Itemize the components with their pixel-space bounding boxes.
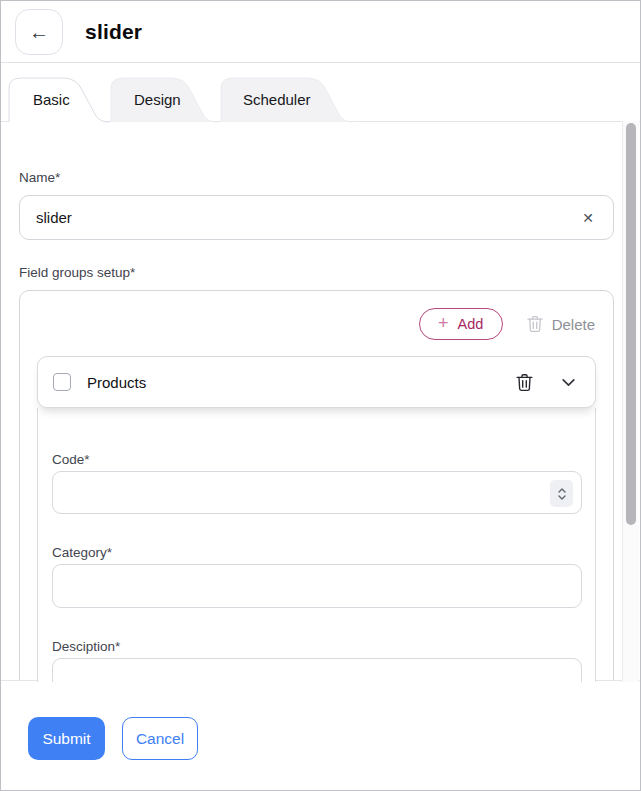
- form-content: Name* slider ✕ Field groups setup* + Add: [1, 122, 632, 682]
- group-checkbox[interactable]: [53, 373, 71, 391]
- group-collapse-button[interactable]: [560, 374, 577, 391]
- field-groups-container: + Add Delete: [19, 290, 614, 682]
- name-input-value: slider: [36, 209, 72, 226]
- trash-icon: [516, 373, 533, 392]
- back-button[interactable]: ←: [15, 9, 63, 55]
- chevron-down-icon: [560, 374, 577, 391]
- scrollbar-thumb[interactable]: [626, 123, 636, 525]
- field-groups-label: Field groups setup*: [19, 265, 604, 280]
- group-body: Code* Category*: [37, 408, 596, 682]
- form-scroll-area: Name* slider ✕ Field groups setup* + Add: [1, 121, 640, 682]
- group-header-products[interactable]: Products: [37, 356, 596, 408]
- scrollbar-track[interactable]: [622, 121, 639, 682]
- trash-icon: [527, 315, 543, 333]
- desciption-field-label: Desciption*: [52, 639, 581, 654]
- code-field-label: Code*: [52, 452, 581, 467]
- add-group-button[interactable]: + Add: [419, 308, 503, 340]
- plus-icon: +: [438, 314, 449, 332]
- group-delete-button[interactable]: [516, 373, 560, 392]
- name-field-label: Name*: [19, 170, 604, 185]
- stepper-arrows-icon: [556, 487, 568, 501]
- page-title: slider: [85, 1, 142, 62]
- category-input[interactable]: [52, 564, 582, 608]
- tab-bar: Basic Design Scheduler: [1, 63, 640, 121]
- form-editor-page: ← slider Basic Design Scheduler: [0, 0, 641, 791]
- delete-group-button[interactable]: Delete: [527, 315, 595, 333]
- footer: Submit Cancel: [1, 680, 640, 790]
- header: ← slider: [1, 1, 640, 63]
- number-stepper[interactable]: [550, 480, 573, 507]
- group-title: Products: [87, 374, 516, 391]
- close-icon: ✕: [582, 210, 594, 226]
- submit-button[interactable]: Submit: [28, 717, 105, 760]
- field-groups-toolbar: + Add Delete: [20, 291, 613, 340]
- delete-button-label: Delete: [552, 316, 595, 333]
- name-input[interactable]: slider ✕: [19, 195, 614, 240]
- tab-design-label: Design: [134, 76, 181, 122]
- code-input[interactable]: [52, 471, 582, 514]
- tab-scheduler[interactable]: Scheduler: [221, 76, 353, 122]
- back-arrow-icon: ←: [29, 21, 49, 44]
- tab-design[interactable]: Design: [111, 76, 217, 122]
- category-field-label: Category*: [52, 545, 581, 560]
- tab-scheduler-label: Scheduler: [243, 76, 311, 122]
- add-button-label: Add: [457, 316, 483, 332]
- desciption-input[interactable]: [52, 658, 582, 682]
- tab-basic[interactable]: Basic: [9, 76, 109, 122]
- clear-input-button[interactable]: ✕: [575, 196, 601, 239]
- field-group-panel: Products: [37, 356, 596, 682]
- tab-basic-label: Basic: [33, 76, 70, 122]
- cancel-button[interactable]: Cancel: [122, 717, 198, 760]
